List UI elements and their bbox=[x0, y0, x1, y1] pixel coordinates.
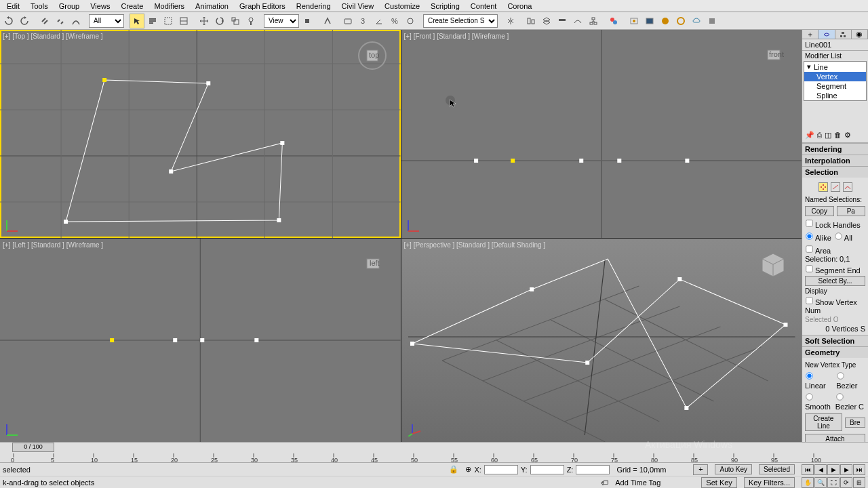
play-icon[interactable]: ▶ bbox=[827, 464, 840, 475]
menu-tools[interactable]: Tools bbox=[25, 1, 54, 12]
smooth-radio[interactable]: Smooth bbox=[805, 392, 833, 411]
orbit-icon[interactable]: ⟳ bbox=[840, 477, 852, 488]
stack-segment[interactable]: Segment bbox=[804, 81, 866, 91]
select-manipulate-icon[interactable] bbox=[320, 14, 335, 28]
menu-edit[interactable]: Edit bbox=[1, 1, 25, 12]
maximize-viewport-icon[interactable]: ⊞ bbox=[853, 477, 865, 488]
rollout-rendering[interactable]: Rendering bbox=[802, 144, 868, 155]
lock-selection-icon[interactable]: 🔒 bbox=[449, 465, 458, 474]
create-line-button[interactable]: Create Line bbox=[805, 413, 842, 431]
rollout-interpolation[interactable]: Interpolation bbox=[802, 155, 868, 166]
viewport-front-label[interactable]: [+] [Front ] [Standard ] [Wireframe ] bbox=[404, 33, 509, 40]
stack-spline[interactable]: Spline bbox=[804, 91, 866, 100]
area-selection-checkbox[interactable]: Area Selection: 0,1 bbox=[805, 245, 865, 263]
viewport-left[interactable]: [+] [Left ] [Standard ] [Wireframe ] lef… bbox=[0, 239, 401, 442]
break-button[interactable]: Bre bbox=[845, 418, 865, 428]
key-mode-dropdown[interactable]: Selected bbox=[759, 464, 795, 474]
time-slider[interactable]: 0 / 100 bbox=[12, 443, 54, 452]
rollout-soft-selection[interactable]: Soft Selection bbox=[802, 336, 868, 346]
zoom-extents-icon[interactable]: ⛶ bbox=[827, 477, 840, 488]
y-coord-input[interactable] bbox=[530, 465, 564, 474]
menu-rendering[interactable]: Rendering bbox=[291, 1, 336, 12]
menu-civil-view[interactable]: Civil View bbox=[336, 1, 379, 12]
material-editor-icon[interactable] bbox=[606, 14, 621, 28]
attach-button[interactable]: Attach bbox=[805, 434, 865, 442]
time-tag-icon[interactable]: 🏷 bbox=[601, 479, 608, 487]
viewport-persp-label[interactable]: [+] [Perspective ] [Standard ] [Default … bbox=[404, 241, 546, 249]
menu-animation[interactable]: Animation bbox=[190, 1, 234, 12]
set-key-big-icon[interactable]: + bbox=[693, 464, 708, 475]
rollout-selection[interactable]: Selection bbox=[802, 167, 868, 178]
x-coord-input[interactable] bbox=[484, 465, 518, 474]
unlink-icon[interactable] bbox=[53, 14, 68, 28]
snap-toggle-icon[interactable]: 3 bbox=[356, 14, 371, 28]
render-last-icon[interactable] bbox=[705, 14, 719, 28]
named-selection-dropdown[interactable]: Create Selection Se bbox=[423, 14, 498, 28]
prev-frame-icon[interactable]: ◀ bbox=[814, 464, 827, 475]
render-setup-icon[interactable] bbox=[627, 14, 642, 28]
percent-snap-icon[interactable]: % bbox=[387, 14, 402, 28]
viewport-front[interactable]: [+] [Front ] [Standard ] [Wireframe ] fr… bbox=[401, 30, 802, 238]
make-unique-icon[interactable]: ◫ bbox=[825, 131, 831, 140]
select-object-icon[interactable] bbox=[130, 14, 144, 28]
set-key-button[interactable]: Set Key bbox=[701, 477, 737, 488]
schematic-view-icon[interactable] bbox=[586, 14, 601, 28]
bind-icon[interactable] bbox=[68, 14, 83, 28]
segment-subobj-icon[interactable] bbox=[831, 182, 840, 192]
timeline[interactable]: 0 / 100 05101520253035404550556065707580… bbox=[0, 442, 868, 462]
menu-views[interactable]: Views bbox=[85, 1, 115, 12]
viewport-top[interactable]: [+] [Top ] [Standard ] [Wireframe ] bbox=[0, 30, 401, 238]
add-time-tag-label[interactable]: Add Time Tag bbox=[615, 479, 660, 487]
goto-end-icon[interactable]: ⏭ bbox=[853, 464, 865, 475]
render-production-icon[interactable] bbox=[658, 14, 673, 28]
configure-sets-icon[interactable]: ⚙ bbox=[844, 131, 851, 140]
motion-tab-icon[interactable]: ◉ bbox=[852, 30, 868, 39]
align-icon[interactable] bbox=[524, 14, 538, 28]
select-move-icon[interactable] bbox=[197, 14, 212, 28]
select-region-icon[interactable] bbox=[161, 14, 176, 28]
select-place-icon[interactable] bbox=[243, 14, 258, 28]
render-in-cloud-icon[interactable] bbox=[689, 14, 704, 28]
select-scale-icon[interactable] bbox=[228, 14, 243, 28]
use-center-icon[interactable] bbox=[300, 14, 315, 28]
all-radio[interactable]: All bbox=[834, 232, 852, 242]
viewcube-icon[interactable]: front bbox=[758, 41, 788, 70]
spline-subobj-icon[interactable] bbox=[843, 182, 852, 192]
lock-handles-checkbox[interactable]: Lock Handles bbox=[805, 219, 865, 229]
linear-radio[interactable]: Linear bbox=[805, 371, 833, 390]
modify-tab-icon[interactable] bbox=[818, 30, 835, 39]
select-by-name-icon[interactable] bbox=[145, 14, 160, 28]
menu-corona[interactable]: Corona bbox=[502, 1, 537, 12]
pin-stack-icon[interactable]: 📌 bbox=[805, 131, 814, 140]
ribbon-toggle-icon[interactable] bbox=[555, 14, 570, 28]
redo-icon[interactable] bbox=[17, 14, 32, 28]
modifier-stack[interactable]: ▾Line Vertex Segment Spline bbox=[804, 61, 867, 101]
create-tab-icon[interactable]: + bbox=[802, 30, 818, 39]
pan-view-icon[interactable]: ✋ bbox=[802, 477, 814, 488]
mirror-icon[interactable] bbox=[503, 14, 518, 28]
undo-icon[interactable] bbox=[1, 14, 16, 28]
copy-selection-button[interactable]: Copy bbox=[805, 206, 834, 216]
next-frame-icon[interactable]: ▶ bbox=[840, 464, 852, 475]
viewport-top-label[interactable]: [+] [Top ] [Standard ] [Wireframe ] bbox=[3, 33, 103, 40]
viewport-left-label[interactable]: [+] [Left ] [Standard ] [Wireframe ] bbox=[3, 241, 103, 249]
show-end-result-icon[interactable]: ⎙ bbox=[817, 131, 822, 140]
rendered-frame-icon[interactable] bbox=[642, 14, 657, 28]
select-by-button[interactable]: Select By... bbox=[805, 276, 865, 286]
auto-key-button[interactable]: Auto Key bbox=[715, 464, 752, 474]
viewport-perspective[interactable]: [+] [Perspective ] [Standard ] [Default … bbox=[401, 239, 802, 442]
timeline-ruler[interactable]: 0510152025303540455055606570758085909510… bbox=[0, 453, 868, 463]
render-iterative-icon[interactable] bbox=[673, 14, 688, 28]
goto-start-icon[interactable]: ⏮ bbox=[802, 464, 814, 475]
stack-vertex[interactable]: Vertex bbox=[804, 72, 866, 81]
vertex-subobj-icon[interactable] bbox=[818, 182, 828, 192]
angle-snap-icon[interactable] bbox=[372, 14, 387, 28]
menu-content[interactable]: Content bbox=[465, 1, 502, 12]
bezier-radio[interactable]: Bezier bbox=[836, 371, 865, 390]
select-rotate-icon[interactable] bbox=[212, 14, 227, 28]
layers-icon[interactable] bbox=[539, 14, 554, 28]
link-icon[interactable] bbox=[37, 14, 52, 28]
keyboard-shortcut-icon[interactable] bbox=[340, 14, 355, 28]
menu-group[interactable]: Group bbox=[54, 1, 85, 12]
menu-graph-editors[interactable]: Graph Editors bbox=[234, 1, 291, 12]
